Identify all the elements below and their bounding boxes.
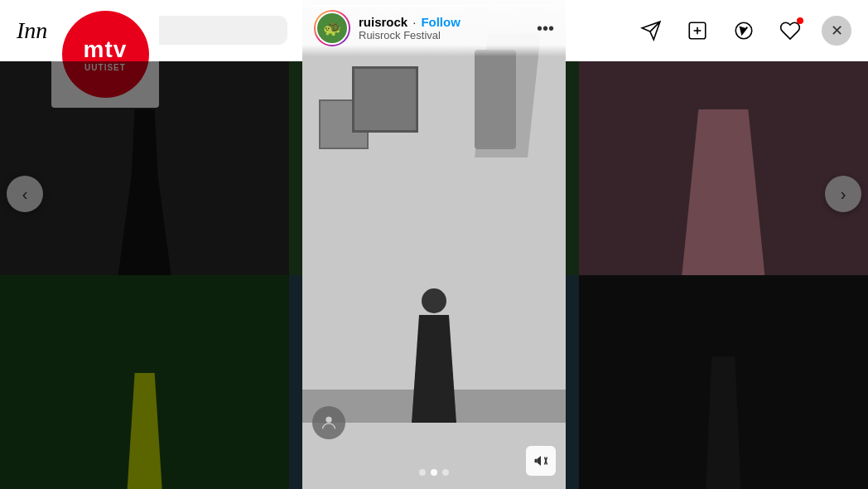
grid-cell-3[interactable] <box>579 61 868 275</box>
header-actions: ✕ <box>636 16 851 46</box>
notifications-button[interactable] <box>775 16 805 46</box>
story-dots <box>419 469 449 476</box>
story-progress-bar <box>309 5 559 7</box>
new-post-button[interactable] <box>682 16 712 46</box>
svg-point-5 <box>326 417 331 423</box>
dot-2 <box>431 469 437 476</box>
mtv-sub-text: UUTISET <box>84 63 126 72</box>
notification-dot <box>797 17 803 24</box>
follow-button[interactable]: Follow <box>421 15 461 29</box>
story-user-profile-button[interactable] <box>312 406 345 439</box>
story-username[interactable]: ruisrock <box>359 15 407 29</box>
pink-dress-figure <box>682 109 764 275</box>
grid-cell-6[interactable] <box>579 275 868 489</box>
mute-button[interactable] <box>526 446 556 476</box>
story-avatar[interactable]: 🐢 <box>314 10 350 46</box>
yellow-person-figure <box>120 373 170 489</box>
dot-1 <box>419 469 426 476</box>
svg-rect-6 <box>535 459 538 463</box>
dark-figure <box>694 356 752 489</box>
story-modal: 🐢 ruisrock · Follow Ruisrock Festival ••… <box>302 0 566 489</box>
story-progress-fill <box>309 5 459 7</box>
person-head <box>422 288 446 313</box>
mtv-logo-overlay: mtv UUTISET <box>51 0 159 108</box>
direct-messages-button[interactable] <box>636 16 666 46</box>
separator: · <box>412 15 416 29</box>
story-person-figure <box>409 288 459 423</box>
more-options-button[interactable]: ••• <box>537 19 554 38</box>
mtv-circle: mtv UUTISET <box>62 11 149 98</box>
next-button[interactable]: › <box>825 176 861 212</box>
story-display-name: Ruisrock Festival <box>359 29 525 41</box>
story-header: 🐢 ruisrock · Follow Ruisrock Festival ••… <box>302 0 566 56</box>
instagram-logo: Inn <box>17 17 47 44</box>
person-body <box>409 315 459 423</box>
prev-button[interactable]: ‹ <box>7 176 43 212</box>
explore-button[interactable] <box>729 16 759 46</box>
mtv-brand-text: mtv <box>84 36 128 63</box>
dot-3 <box>442 469 449 476</box>
avatar-inner: 🐢 <box>316 12 349 45</box>
story-user-info: ruisrock · Follow Ruisrock Festival <box>359 15 525 41</box>
grid-cell-4[interactable] <box>0 275 289 489</box>
close-button[interactable]: ✕ <box>822 16 851 46</box>
svg-marker-4 <box>740 27 748 34</box>
